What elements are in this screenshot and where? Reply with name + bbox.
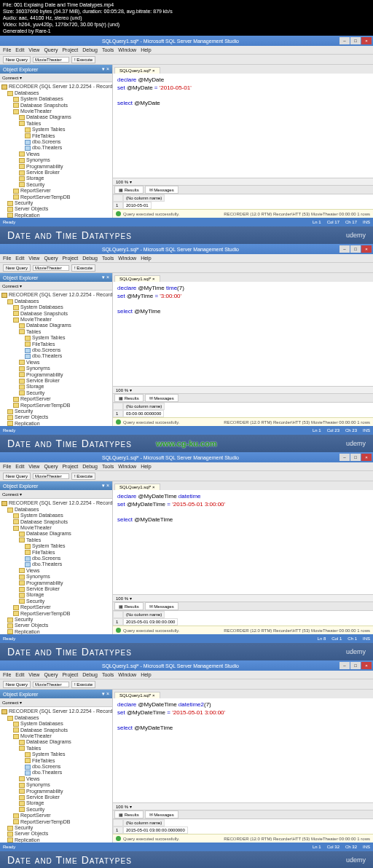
menu-item[interactable]: Window xyxy=(118,47,136,52)
tree-item[interactable]: Synonyms xyxy=(1,574,111,580)
results-tab[interactable]: ▦ Results xyxy=(114,394,144,402)
code-editor[interactable]: declare @MyDateset @MyDate = '2010-05-01… xyxy=(113,74,373,178)
maximize-button[interactable]: □ xyxy=(350,662,361,669)
database-select[interactable]: MovieTheater xyxy=(33,473,69,479)
connect-button[interactable]: Connect ▾ xyxy=(2,283,22,288)
tree-item[interactable]: Server Objects xyxy=(1,206,111,212)
tree-item[interactable]: Service Broker xyxy=(1,170,111,175)
result-cell[interactable]: 2015-05-01 03:00:00.0000000 xyxy=(123,826,188,834)
tree-item[interactable]: Security xyxy=(1,617,111,623)
minimize-button[interactable]: – xyxy=(339,37,350,44)
result-cell[interactable]: 2015-05-01 03:00:00.000 xyxy=(123,618,178,626)
tree-item[interactable]: Tables xyxy=(1,121,111,127)
close-button[interactable]: × xyxy=(361,454,372,461)
menu-item[interactable]: Debug xyxy=(82,256,98,261)
tree-item[interactable]: Synonyms xyxy=(1,782,111,788)
code-editor[interactable]: declare @MyDateTime datetime2(7)set @MyD… xyxy=(113,698,373,802)
tree-item[interactable]: FileTables xyxy=(1,342,111,347)
menu-item[interactable]: Query xyxy=(44,672,58,677)
editor-tab[interactable]: SQLQuery1.sql* × xyxy=(114,692,160,698)
tree-item[interactable]: Security xyxy=(1,807,111,813)
editor-tab[interactable]: SQLQuery1.sql* × xyxy=(114,275,160,282)
menu-item[interactable]: View xyxy=(28,672,39,677)
tree-item[interactable]: Replication xyxy=(1,629,111,635)
menu-item[interactable]: Tools xyxy=(102,464,114,469)
tree-item[interactable]: Synonyms xyxy=(1,366,111,371)
database-select[interactable]: MovieTheater xyxy=(33,265,69,271)
menu-item[interactable]: Window xyxy=(118,464,136,469)
tree-item[interactable]: System Databases xyxy=(1,304,111,310)
tree-item[interactable]: Database Diagrams xyxy=(1,739,111,745)
menu-item[interactable]: File xyxy=(3,47,11,52)
result-cell[interactable]: 2010-05-01 xyxy=(123,202,152,209)
tree-item[interactable]: Programmability xyxy=(1,789,111,794)
maximize-button[interactable]: □ xyxy=(350,454,361,461)
tree-item[interactable]: Views xyxy=(1,568,111,574)
menu-item[interactable]: Edit xyxy=(15,47,24,52)
menu-item[interactable]: View xyxy=(28,47,39,52)
tree-item[interactable]: dbo.Theaters xyxy=(1,145,111,151)
database-select[interactable]: MovieTheater xyxy=(33,682,69,687)
menu-item[interactable]: Tools xyxy=(102,672,114,677)
tree-item[interactable]: MovieTheater xyxy=(1,525,111,531)
code-editor[interactable]: declare @MyDateTime datetimeset @MyDateT… xyxy=(113,490,373,594)
menu-item[interactable]: View xyxy=(28,256,39,261)
database-select[interactable]: MovieTheater xyxy=(33,57,69,63)
tree-item[interactable]: dbo.Theaters xyxy=(1,770,111,776)
tree-item[interactable]: ReportServerTempDB xyxy=(1,611,111,617)
tree-item[interactable]: Server Objects xyxy=(1,414,111,420)
menu-item[interactable]: Window xyxy=(118,256,136,261)
pin-icon[interactable]: ▾ × xyxy=(102,483,109,489)
new-query-button[interactable]: New Query xyxy=(3,681,31,688)
tree-item[interactable]: System Databases xyxy=(1,96,111,102)
result-cell[interactable]: 03:00:00.0000000 xyxy=(123,410,164,417)
results-tab[interactable]: ▦ Results xyxy=(114,810,144,818)
execute-button[interactable]: ! Execute xyxy=(71,681,95,688)
editor-tab[interactable]: SQLQuery1.sql* × xyxy=(114,484,160,490)
tree-item[interactable]: Tables xyxy=(1,537,111,543)
tree-item[interactable]: ReportServerTempDB xyxy=(1,194,111,200)
menu-item[interactable]: View xyxy=(28,464,39,469)
tree-item[interactable]: ReportServerTempDB xyxy=(1,819,111,825)
tree-item[interactable]: Databases xyxy=(1,90,111,96)
results-tab[interactable]: ▦ Results xyxy=(114,602,144,610)
close-button[interactable]: × xyxy=(361,245,372,253)
tree-item[interactable]: Service Broker xyxy=(1,794,111,800)
tree-item[interactable]: Database Diagrams xyxy=(1,323,111,328)
menu-item[interactable]: Query xyxy=(44,47,58,52)
tree-item[interactable]: Replication xyxy=(1,421,111,427)
tree-item[interactable]: Security xyxy=(1,825,111,831)
menu-item[interactable]: Project xyxy=(62,672,78,677)
menu-item[interactable]: Query xyxy=(44,464,58,469)
tree-item[interactable]: Programmability xyxy=(1,164,111,170)
tree-item[interactable]: Service Broker xyxy=(1,586,111,592)
tree-item[interactable]: Database Snapshots xyxy=(1,727,111,733)
menu-item[interactable]: Edit xyxy=(15,256,24,261)
tree-item[interactable]: Storage xyxy=(1,592,111,598)
menu-item[interactable]: Tools xyxy=(102,47,114,52)
tree-item[interactable]: Security xyxy=(1,390,111,396)
execute-button[interactable]: ! Execute xyxy=(71,56,95,63)
menu-item[interactable]: Edit xyxy=(15,464,24,469)
close-button[interactable]: × xyxy=(361,662,372,669)
code-editor[interactable]: declare @MyTime time(7)set @MyTime = '3:… xyxy=(113,282,373,386)
messages-tab[interactable]: ✉ Messages xyxy=(145,810,178,818)
menu-item[interactable]: Project xyxy=(62,47,78,52)
new-query-button[interactable]: New Query xyxy=(3,264,31,272)
tree-item[interactable]: Synonyms xyxy=(1,157,111,163)
menu-item[interactable]: Query xyxy=(44,256,58,261)
tree-item[interactable]: Storage xyxy=(1,175,111,181)
tree-item[interactable]: Storage xyxy=(1,800,111,806)
menu-item[interactable]: File xyxy=(3,464,11,469)
tree-item[interactable]: Database Diagrams xyxy=(1,531,111,537)
tree-item[interactable]: Database Snapshots xyxy=(1,103,111,108)
results-tab[interactable]: ▦ Results xyxy=(114,186,144,194)
tree-item[interactable]: dbo.Screens xyxy=(1,764,111,770)
tree-item[interactable]: Database Snapshots xyxy=(1,519,111,525)
close-button[interactable]: × xyxy=(361,37,372,44)
tree-item[interactable]: System Databases xyxy=(1,721,111,727)
tree-item[interactable]: Views xyxy=(1,776,111,782)
tree-item[interactable]: Security xyxy=(1,409,111,414)
tree-item[interactable]: MovieTheater xyxy=(1,317,111,323)
tree-item[interactable]: FileTables xyxy=(1,133,111,139)
